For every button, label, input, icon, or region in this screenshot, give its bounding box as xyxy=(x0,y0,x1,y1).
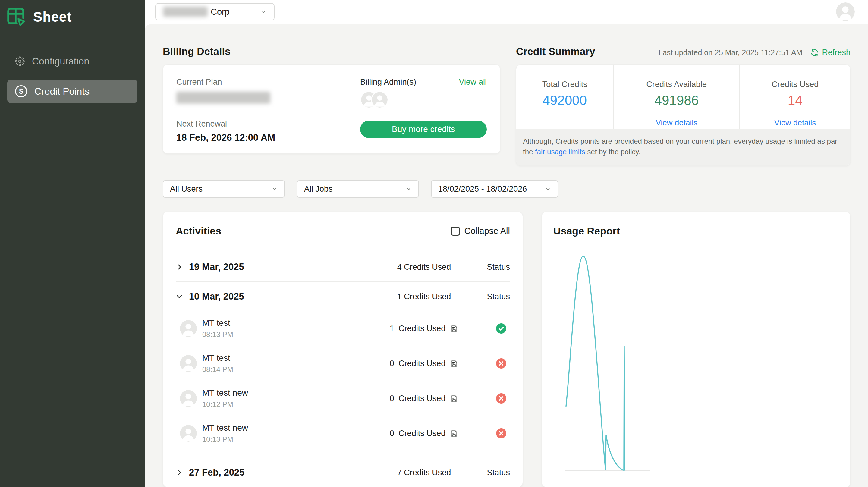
app-logo: Sheet xyxy=(0,0,145,27)
activity-date: 27 Feb, 2025 xyxy=(189,467,244,478)
activity-user-name: MT test xyxy=(202,318,233,328)
credits-label: Credits Used xyxy=(398,324,445,333)
status-failed-icon xyxy=(496,393,506,403)
content: Billing Details Current Plan Next Renewa… xyxy=(145,24,868,487)
sidebar-nav: Configuration $ Credit Points xyxy=(0,50,145,103)
fair-usage-limits-link[interactable]: fair usage limits xyxy=(535,148,585,156)
report-file-icon xyxy=(450,429,458,438)
activity-group: 27 Feb, 2025 7 Credits Used Status xyxy=(176,459,510,486)
org-dropdown-label: Corp xyxy=(211,7,230,17)
fair-usage-note: Although, Credits points are provided ba… xyxy=(516,129,850,165)
credits-available-label: Credits Available xyxy=(614,80,739,89)
collapse-all-button[interactable]: Collapse All xyxy=(451,226,510,236)
report-file-icon xyxy=(450,394,458,403)
billing-admin-avatars xyxy=(360,91,487,109)
user-avatar xyxy=(180,390,197,407)
status-success-icon xyxy=(496,323,506,334)
org-dropdown[interactable]: Corp xyxy=(155,3,275,21)
refresh-label: Refresh xyxy=(822,48,850,57)
status-header: Status xyxy=(474,468,510,477)
next-renewal-label: Next Renewal xyxy=(176,119,275,129)
chevron-right-icon xyxy=(176,469,183,476)
activity-group-row[interactable]: 19 Mar, 2025 4 Credits Used Status xyxy=(176,252,510,281)
activity-date: 10 Mar, 2025 xyxy=(189,291,244,302)
usage-line-chart xyxy=(542,212,851,487)
sidebar-item-configuration[interactable]: Configuration xyxy=(7,50,137,73)
last-updated-text: Last updated on 25 Mar, 2025 11:27:51 AM xyxy=(658,48,803,57)
billing-admins-label: Billing Admin(s) xyxy=(360,78,416,87)
total-credits-tile: Total Credits 492000 xyxy=(516,65,613,129)
credits-value: 0 xyxy=(390,394,395,403)
activity-group: 19 Mar, 2025 4 Credits Used Status xyxy=(176,252,510,281)
report-file-icon xyxy=(450,359,458,368)
sheet-logo-icon xyxy=(7,7,26,27)
users-filter-value: All Users xyxy=(170,184,203,194)
view-details-link[interactable]: View details xyxy=(656,118,698,127)
date-range-dropdown[interactable]: 18/02/2025 - 18/02/2026 xyxy=(431,180,558,198)
chevron-down-icon xyxy=(261,9,267,15)
activity-time: 08:13 PM xyxy=(202,330,233,339)
activity-user-name: MT test xyxy=(202,353,233,363)
chevron-right-icon xyxy=(176,264,183,271)
credit-summary-title: Credit Summary xyxy=(516,45,595,57)
chevron-down-icon xyxy=(176,293,183,300)
chevron-down-icon xyxy=(545,186,551,192)
refresh-icon xyxy=(810,48,819,57)
users-filter-dropdown[interactable]: All Users xyxy=(163,180,285,198)
sidebar-item-label: Configuration xyxy=(32,56,89,67)
credits-used-label: Credits Used xyxy=(740,80,850,89)
admin-avatar xyxy=(371,91,389,109)
credits-label: Credits Used xyxy=(398,429,445,438)
buy-more-credits-button[interactable]: Buy more credits xyxy=(360,121,487,138)
app-window: Sheet Configuration $ Credit Points Corp xyxy=(0,0,868,487)
collapse-all-label: Collapse All xyxy=(464,226,510,236)
activity-date: 19 Mar, 2025 xyxy=(189,262,244,272)
billing-admins-block: Billing Admin(s) View all Buy more credi… xyxy=(360,78,487,141)
redacted-plan-name xyxy=(176,92,270,104)
activity-user-name: MT test new xyxy=(202,423,248,433)
sidebar: Sheet Configuration $ Credit Points xyxy=(0,0,145,487)
activity-group-row[interactable]: 27 Feb, 2025 7 Credits Used Status xyxy=(176,459,510,486)
chart-line xyxy=(566,256,625,470)
activity-item-row[interactable]: MT test new 10:13 PM 0 Credits Used xyxy=(176,416,510,451)
credit-summary-card: Total Credits 492000 Credits Available 4… xyxy=(516,64,850,166)
sidebar-item-credit-points[interactable]: $ Credit Points xyxy=(7,80,137,103)
activity-group: 10 Mar, 2025 1 Credits Used Status xyxy=(176,281,510,459)
redacted-org-name xyxy=(163,7,208,17)
next-renewal-value: 18 Feb, 2026 12:00 AM xyxy=(176,132,275,143)
user-avatar xyxy=(180,355,197,372)
chevron-down-icon xyxy=(272,186,278,192)
view-details-link[interactable]: View details xyxy=(774,118,816,127)
collapse-icon xyxy=(451,226,460,236)
status-failed-icon xyxy=(496,358,506,369)
credit-summary-section: Credit Summary Last updated on 25 Mar, 2… xyxy=(516,45,850,166)
status-failed-icon xyxy=(496,428,506,438)
activities-card: Activities Collapse All 19 xyxy=(163,212,523,487)
refresh-button[interactable]: Refresh xyxy=(810,48,850,57)
activity-item-row[interactable]: MT test new 10:12 PM 0 Credits Used xyxy=(176,381,510,416)
billing-section: Billing Details Current Plan Next Renewa… xyxy=(163,45,500,166)
credits-available-tile: Credits Available 491986 View details xyxy=(613,65,740,129)
view-all-link[interactable]: View all xyxy=(459,78,487,87)
credits-value: 1 xyxy=(390,324,395,333)
chevron-down-icon xyxy=(406,186,412,192)
activity-user-name: MT test new xyxy=(202,388,248,398)
gear-icon xyxy=(15,56,25,66)
user-avatar[interactable] xyxy=(836,2,855,21)
credits-value: 0 xyxy=(390,429,395,438)
group-credits-used: 7 Credits Used xyxy=(374,468,474,477)
credits-available-value: 491986 xyxy=(614,93,739,108)
main-area: Corp Billing Details Current Plan Next xyxy=(145,0,868,487)
activity-item-row[interactable]: MT test 08:14 PM 0 Credits Used xyxy=(176,346,510,381)
billing-plan-block: Current Plan Next Renewal 18 Feb, 2026 1… xyxy=(176,78,275,141)
report-file-icon xyxy=(450,324,458,333)
user-avatar xyxy=(180,320,197,337)
usage-report-card: Usage Report xyxy=(541,212,850,487)
credits-used-value: 14 xyxy=(740,93,850,108)
jobs-filter-dropdown[interactable]: All Jobs xyxy=(297,180,419,198)
activity-item-row[interactable]: MT test 08:13 PM 1 Credits Used xyxy=(176,311,510,346)
dollar-circle-icon: $ xyxy=(15,85,27,97)
activity-group-row[interactable]: 10 Mar, 2025 1 Credits Used Status xyxy=(176,282,510,311)
credits-value: 0 xyxy=(390,359,395,368)
note-text: set by the policy. xyxy=(585,148,641,156)
